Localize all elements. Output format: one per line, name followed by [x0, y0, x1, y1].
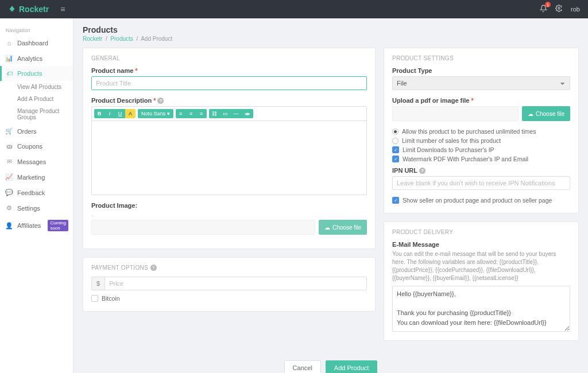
tag-icon: 🏷 — [6, 70, 13, 77]
footer-actions: Cancel Add Product — [83, 349, 579, 373]
list-ul-button[interactable]: ≡ — [176, 109, 186, 118]
product-name-input[interactable] — [91, 76, 367, 90]
price-input[interactable] — [105, 277, 367, 290]
bold-button[interactable]: B — [94, 109, 105, 118]
list-ol-button[interactable]: ≡ — [186, 109, 196, 118]
sidebar-item-feedback[interactable]: 💬Feedback — [0, 185, 73, 200]
description-editor[interactable] — [91, 121, 367, 195]
sidebar-item-dashboard[interactable]: ⌂Dashboard — [0, 36, 73, 50]
sidebar-item-marketing[interactable]: 📈Marketing — [0, 169, 73, 185]
sidebar-item-products[interactable]: 🏷Products — [0, 66, 73, 81]
cancel-button[interactable]: Cancel — [284, 360, 321, 373]
bitcoin-label: Bitcoin — [102, 295, 120, 302]
user-icon: 👤 — [6, 222, 13, 230]
bitcoin-checkbox[interactable] — [91, 295, 98, 302]
upload-file-dropzone[interactable] — [392, 106, 519, 121]
coming-soon-badge: Coming soon — [48, 220, 68, 231]
menu-toggle-icon[interactable]: ≡ — [60, 5, 65, 14]
sidebar-item-affiliates[interactable]: 👤AffiliatesComing soon — [0, 216, 73, 235]
product-image-label: Product Image: — [91, 202, 137, 209]
crumb-leaf: Add Product — [141, 36, 172, 42]
crumb-root[interactable]: Rocketr — [83, 36, 102, 42]
show-seller-checkbox[interactable] — [392, 197, 399, 204]
email-message-textarea[interactable] — [392, 286, 570, 332]
sidebar-item-coupons[interactable]: 🎟Coupons — [0, 139, 73, 154]
currency-symbol: $ — [91, 277, 105, 290]
panel-payment: PAYMENT OPTIONS? $ Bitcoin — [83, 257, 376, 312]
sidebar: Navigation ⌂Dashboard 📊Analytics 🏷Produc… — [0, 18, 74, 373]
email-message-label: E-Mail Message — [392, 241, 439, 248]
mail-icon: ✉ — [6, 158, 13, 165]
code-button[interactable]: ◂▸ — [242, 109, 253, 118]
panel-general: GENERAL Product name * Product Descripti… — [83, 48, 376, 249]
hr-button[interactable]: — — [231, 109, 242, 118]
cloud-icon: ☁ — [528, 111, 533, 117]
help-icon[interactable]: ? — [157, 98, 164, 104]
brand-name: Rocketr — [19, 5, 49, 14]
panel-payment-title: PAYMENT OPTIONS — [91, 265, 148, 271]
sidebar-item-analytics[interactable]: 📊Analytics — [0, 50, 73, 66]
italic-button[interactable]: I — [105, 109, 115, 118]
highlight-button[interactable]: A — [125, 109, 136, 118]
ipn-url-label: IPN URL — [392, 167, 417, 174]
chart-icon: 📊 — [6, 55, 13, 62]
product-image-dropzone[interactable] — [91, 220, 315, 235]
help-icon[interactable]: ? — [419, 168, 425, 174]
panel-settings: PRODUCT SETTINGS Product Type File Uploa… — [384, 48, 579, 213]
settings-icon[interactable] — [555, 5, 563, 14]
sidebar-sub-add[interactable]: Add A Product — [0, 93, 73, 105]
notification-badge: 1 — [545, 2, 551, 7]
underline-button[interactable]: U — [115, 109, 125, 118]
breadcrumb: Rocketr / Products / Add Product — [83, 36, 579, 42]
topbar: Rocketr ≡ 1 rob — [0, 0, 588, 18]
product-name-label: Product name — [91, 67, 133, 74]
product-desc-label: Product Description — [91, 97, 152, 104]
upload-file-label: Upload a pdf or image file — [392, 97, 469, 104]
panel-delivery-title: PRODUCT DELIVERY — [392, 229, 570, 235]
product-image-choose-button[interactable]: ☁Choose file — [319, 220, 367, 235]
user-name[interactable]: rob — [571, 6, 580, 13]
product-type-label: Product Type — [392, 67, 432, 74]
panel-delivery: PRODUCT DELIVERY E-Mail Message You can … — [384, 222, 579, 341]
panel-settings-title: PRODUCT SETTINGS — [392, 55, 570, 61]
notifications-icon[interactable]: 1 — [540, 5, 547, 14]
gear-icon: ⚙ — [6, 204, 13, 212]
ticket-icon: 🎟 — [6, 143, 13, 150]
home-icon: ⌂ — [6, 40, 13, 46]
limit-radio[interactable] — [392, 138, 399, 144]
svg-point-0 — [558, 7, 560, 9]
rocket-icon — [8, 5, 16, 13]
sidebar-title: Navigation — [0, 24, 73, 36]
add-product-button[interactable]: Add Product — [326, 360, 378, 373]
main-content: Products Rocketr / Products / Add Produc… — [74, 18, 588, 373]
editor-toolbar: B I U A Noto Sans ▾ ≡ ≡ ≡ — [91, 106, 367, 121]
page-title: Products — [83, 25, 579, 34]
help-icon[interactable]: ? — [150, 265, 157, 271]
upload-file-choose-button[interactable]: ☁Choose file — [522, 106, 570, 121]
link-button[interactable]: ⛓ — [209, 109, 220, 118]
sidebar-item-messages[interactable]: ✉Messages — [0, 154, 73, 169]
sidebar-item-settings[interactable]: ⚙Settings — [0, 200, 73, 216]
unlimited-radio[interactable] — [392, 129, 399, 135]
limit-ip-checkbox[interactable] — [392, 146, 399, 153]
sidebar-sub-groups[interactable]: Manage Product Groups — [0, 105, 73, 123]
email-help-text: You can edit the e-mail message that wil… — [392, 250, 570, 282]
image-button[interactable]: ▭ — [220, 109, 231, 118]
align-button[interactable]: ≡ — [196, 109, 207, 118]
sidebar-item-orders[interactable]: 🛒Orders — [0, 123, 73, 139]
upload-icon: ☁ — [324, 224, 330, 231]
watermark-checkbox[interactable] — [392, 156, 399, 162]
sidebar-sub-viewall[interactable]: View All Products — [0, 81, 73, 93]
crumb-products[interactable]: Products — [110, 36, 133, 42]
cart-icon: 🛒 — [6, 127, 13, 135]
font-selector[interactable]: Noto Sans ▾ — [138, 109, 173, 118]
chat-icon: 💬 — [6, 189, 13, 196]
trend-icon: 📈 — [6, 173, 13, 181]
logo[interactable]: Rocketr — [8, 5, 49, 14]
product-type-select[interactable]: File — [392, 76, 570, 90]
panel-general-title: GENERAL — [91, 55, 367, 61]
ipn-url-input[interactable] — [392, 176, 570, 190]
